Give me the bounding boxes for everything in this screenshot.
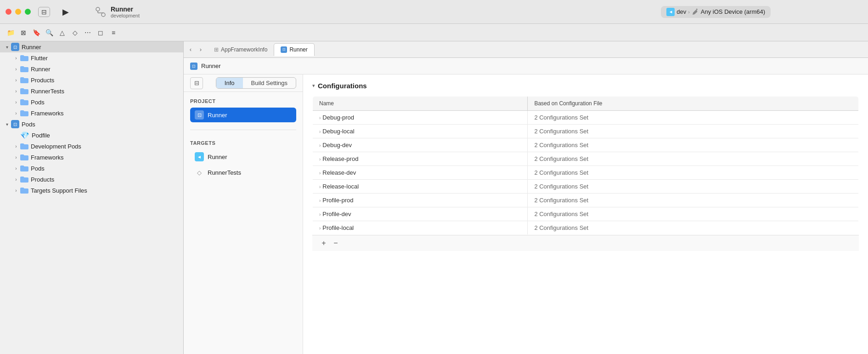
table-footer: + −: [312, 235, 859, 251]
table-row[interactable]: ›Release-dev 2 Configurations Set: [313, 166, 859, 180]
warning-icon: △: [60, 29, 65, 36]
tabs-bar: ‹ › ⊞ AppFrameworkInfo ⊡ Runner: [184, 41, 868, 58]
table-row[interactable]: ›Debug-prod 2 Configurations Set: [313, 111, 859, 125]
nav-label-runner-project: Runner: [208, 112, 227, 119]
table-row[interactable]: ›Profile-local 2 Configurations Set: [313, 221, 859, 235]
sidebar-layout-icon: ⊟: [194, 80, 199, 86]
sidebar-toggle-icon: ⊟: [41, 8, 47, 16]
nav-label-runner-target: Runner: [208, 154, 227, 160]
sidebar-item-pods-folder[interactable]: › Pods: [0, 97, 183, 108]
main-area: ▾ ⊡ Runner › Flutter › Runner › Produc: [0, 41, 868, 354]
config-based-on-cell: 2 Configurations Set: [528, 180, 859, 194]
config-name-cell: ›Debug-local: [313, 125, 528, 138]
config-based-on-cell: 2 Configurations Set: [528, 166, 859, 180]
sidebar-item-targets-support[interactable]: › Targets Support Files: [0, 185, 183, 196]
row-chevron-icon: ›: [319, 212, 321, 217]
tab-build-settings[interactable]: Build Settings: [243, 78, 296, 88]
sidebar-item-runner-folder[interactable]: › Runner: [0, 63, 183, 74]
remove-config-button[interactable]: −: [331, 238, 341, 248]
configurations-table: Name Based on Configuration File ›Debug-…: [312, 96, 859, 235]
sidebar-item-pods-root[interactable]: ▾ ⊡ Pods: [0, 119, 183, 130]
folder-icon-pods-frameworks: [20, 154, 28, 160]
sidebar-item-frameworks[interactable]: › Frameworks: [0, 108, 183, 119]
sidebar-item-runner-tests[interactable]: › RunnerTests: [0, 86, 183, 97]
row-chevron-icon: ›: [319, 184, 321, 189]
section-chevron[interactable]: ▾: [312, 83, 315, 89]
expand-arrow-pods-folder: ›: [13, 99, 19, 105]
window-controls: [6, 9, 31, 15]
nav-divider-1: [190, 130, 296, 130]
table-row[interactable]: ›Profile-prod 2 Configurations Set: [313, 194, 859, 207]
device-name-text: Any iOS Device (arm64): [701, 8, 765, 15]
search-icon-btn[interactable]: 🔍: [43, 27, 55, 39]
run-button[interactable]: ▶: [59, 6, 72, 18]
expand-arrow: ▾: [4, 44, 10, 50]
folder-icon-runner: [20, 66, 28, 72]
expand-arrow-runner: ›: [13, 66, 19, 72]
inspector-icon-btn[interactable]: ⊠: [17, 27, 29, 39]
file-header-icon: ⊡: [190, 63, 197, 70]
tab-label-runner: Runner: [289, 46, 307, 53]
table-row[interactable]: ›Debug-dev 2 Configurations Set: [313, 138, 859, 152]
sidebar-toggle-button[interactable]: ⊟: [38, 7, 50, 17]
search-icon: 🔍: [45, 29, 53, 36]
sidebar: ▾ ⊡ Runner › Flutter › Runner › Produc: [0, 41, 184, 354]
diamond-icon-btn[interactable]: ◇: [69, 27, 81, 39]
tab-forward-button[interactable]: ›: [196, 45, 206, 55]
config-based-on-cell: 2 Configurations Set: [528, 152, 859, 166]
folder-icon-dev-pods: [20, 143, 28, 149]
config-based-on-cell: 2 Configurations Set: [528, 111, 859, 125]
sidebar-item-products[interactable]: › Products: [0, 74, 183, 86]
expand-arrow-pods-root: ▾: [4, 121, 10, 127]
sidebar-item-flutter[interactable]: › Flutter: [0, 52, 183, 63]
tab-appframeworkinfo[interactable]: ⊞ AppFrameworkInfo: [208, 43, 274, 56]
bookmark-icon-btn[interactable]: 🔖: [30, 27, 42, 39]
nav-item-runner-target[interactable]: ◂ Runner: [190, 149, 296, 164]
table-row[interactable]: ›Profile-dev 2 Configurations Set: [313, 207, 859, 221]
minimize-button[interactable]: [15, 9, 21, 15]
flutter-icon: ◂: [666, 8, 675, 16]
close-button[interactable]: [6, 9, 11, 15]
lines-icon-btn[interactable]: ≡: [107, 27, 119, 39]
nav-item-runner-tests-target[interactable]: ◇ RunnerTests: [190, 165, 296, 180]
nav-runner-app-icon: ⊡: [195, 110, 204, 120]
tab-info[interactable]: Info: [216, 78, 243, 88]
col-header-name: Name: [313, 97, 528, 111]
col-header-based-on: Based on Configuration File: [528, 97, 859, 111]
configurations-section-header: ▾ Configurations: [312, 82, 859, 90]
table-row[interactable]: ›Release-prod 2 Configurations Set: [313, 152, 859, 166]
star-icon-btn[interactable]: ⋯: [82, 27, 94, 39]
sidebar-item-pods-products[interactable]: › Products: [0, 174, 183, 185]
sidebar-label-pods-products: Products: [31, 176, 54, 183]
play-icon: ▶: [62, 7, 69, 17]
sidebar-item-runner-root[interactable]: ▾ ⊡ Runner: [0, 41, 183, 52]
tag-icon-btn[interactable]: ◻: [95, 27, 107, 39]
nav-item-runner-project[interactable]: ⊡ Runner: [190, 108, 296, 122]
add-config-button[interactable]: +: [319, 238, 329, 248]
sidebar-item-dev-pods[interactable]: › Development Pods: [0, 141, 183, 152]
sidebar-label-runner-folder: Runner: [31, 66, 51, 73]
device-selector[interactable]: ◂ dev › Any iOS Device (arm64): [661, 6, 771, 18]
table-row[interactable]: ›Release-local 2 Configurations Set: [313, 180, 859, 194]
maximize-button[interactable]: [25, 9, 31, 15]
nav-label-runner-tests-target: RunnerTests: [208, 169, 241, 176]
tab-back-button[interactable]: ‹: [186, 45, 196, 55]
tab-runner[interactable]: ⊡ Runner: [274, 43, 314, 56]
inspector-toggle-btn[interactable]: ⊟: [190, 77, 203, 89]
warning-icon-btn[interactable]: △: [56, 27, 68, 39]
sidebar-item-pods-pods[interactable]: › Pods: [0, 163, 183, 174]
toolbar: 📁 ⊠ 🔖 🔍 △ ◇ ⋯ ◻ ≡: [0, 24, 868, 41]
sidebar-label-dev-pods: Development Pods: [31, 143, 81, 150]
config-based-on-cell: 2 Configurations Set: [528, 194, 859, 207]
folder-icon-targets-support: [20, 187, 28, 194]
sidebar-label-pods-folder: Pods: [31, 99, 45, 106]
sidebar-label-runner-tests: RunnerTests: [31, 88, 64, 95]
project-section-title: PROJECT: [190, 98, 296, 104]
table-row[interactable]: ›Debug-local 2 Configurations Set: [313, 125, 859, 138]
tab-label-appframeworkinfo: AppFrameworkInfo: [221, 46, 267, 53]
pods-app-icon: ⊡: [11, 120, 19, 128]
sidebar-item-podfile[interactable]: › 💎 Podfile: [0, 130, 183, 141]
row-chevron-icon: ›: [319, 171, 321, 176]
sidebar-item-pods-frameworks[interactable]: › Frameworks: [0, 152, 183, 163]
folder-icon-btn[interactable]: 📁: [5, 27, 17, 39]
